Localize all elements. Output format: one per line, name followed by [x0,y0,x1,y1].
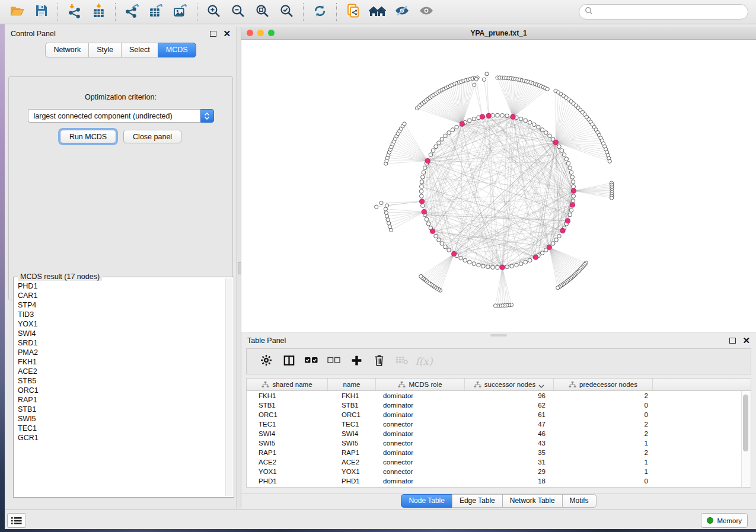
hierarchy-icon [569,382,576,389]
mcds-result-scrollbar[interactable] [225,278,232,496]
tab-motifs[interactable]: Motifs [562,494,596,508]
zoom-fit-button[interactable] [250,2,275,22]
tab-node-table[interactable]: Node Table [401,494,452,508]
column-header-successor-nodes[interactable]: successor nodes [465,379,554,390]
memory-button[interactable]: Memory [701,513,748,528]
mcds-result-item[interactable]: SWI4 [18,329,234,338]
delete-button[interactable] [368,351,390,372]
mcds-result-item[interactable]: TEC1 [18,424,234,433]
mcds-result-item[interactable]: STP4 [18,300,234,310]
export-image-button[interactable] [168,2,193,22]
vertical-splitter[interactable] [237,27,241,508]
mcds-result-item[interactable]: ACE2 [18,367,234,376]
control-panel-header: Control Panel ✕ [5,27,237,41]
hide-selected-button[interactable] [390,2,414,22]
export-network-button[interactable] [120,2,144,22]
mcds-result-item[interactable]: TID3 [18,310,234,319]
network-graph-canvas[interactable] [241,40,756,332]
criterion-dropdown[interactable]: largest connected component (undirected) [28,109,214,123]
run-mcds-button[interactable]: Run MCDS [60,130,116,143]
mcds-result-item[interactable]: STB5 [18,376,234,386]
close-panel-button[interactable]: Close panel [123,130,181,143]
close-panel-icon[interactable]: ✕ [742,338,750,344]
table-row[interactable]: TEC1TEC1connector472 [247,419,751,429]
columns-button[interactable] [277,351,300,372]
column-header-empty [653,379,751,390]
save-session-button[interactable] [29,2,53,22]
import-table-icon [91,3,107,21]
delete-icon [374,354,385,369]
refresh-button[interactable] [308,2,332,22]
float-window-icon[interactable] [210,31,216,37]
table-scrollbar-thumb[interactable] [743,395,748,451]
criterion-dropdown-value: largest connected component (undirected) [28,109,200,123]
column-header-predecessor-nodes[interactable]: predecessor nodes [554,379,653,390]
mcds-result-item[interactable]: STB1 [18,405,234,414]
table-row[interactable]: YOX1YOX1connector291 [247,467,751,476]
tab-mcds[interactable]: MCDS [158,43,196,57]
column-header-shared-name[interactable]: shared name [247,379,328,390]
show-all-button[interactable] [414,2,438,22]
table-panel-grip[interactable] [490,334,507,336]
table-cell: 2 [554,421,653,428]
table-cell: YOX1 [328,468,376,475]
mcds-result-item[interactable]: FKH1 [18,357,234,367]
table-row[interactable]: ACE2ACE2connector311 [247,457,751,467]
toolbar-separator [115,3,116,21]
tab-network[interactable]: Network [45,43,89,57]
network-title: YPA_prune.txt_1 [241,29,756,37]
zoom-fit-icon [255,4,270,21]
mcds-result-item[interactable]: PHD1 [18,281,234,291]
deselect-all-button[interactable] [323,351,345,372]
gear-button[interactable] [255,351,277,372]
mcds-result-item[interactable]: RAP1 [18,395,234,405]
table-row[interactable]: FKH1FKH1dominator962 [247,391,751,400]
columns-icon [283,354,295,369]
mcds-result-item[interactable]: GCR1 [18,433,234,443]
tab-style[interactable]: Style [88,43,122,57]
search-box[interactable] [579,4,748,20]
zoom-in-button[interactable] [202,2,226,22]
table-cell: 0 [554,402,653,409]
first-neighbors-button[interactable] [365,2,390,22]
tab-edge-table[interactable]: Edge Table [452,494,503,508]
table-row[interactable]: RAP1RAP1dominator352 [247,448,751,457]
mcds-result-item[interactable]: CAR1 [18,291,234,300]
column-header-MCDS-role[interactable]: MCDS role [376,379,465,390]
column-label: successor nodes [484,381,535,388]
table-row[interactable]: PHD1PHD1dominator180 [247,476,751,486]
hide-selected-icon [394,4,410,20]
memory-label: Memory [717,517,742,524]
export-table-button[interactable] [144,2,168,22]
table-row[interactable]: SWI5SWI5connector431 [247,438,751,448]
mcds-result-item[interactable]: PMA2 [18,348,234,357]
table-row[interactable]: ORC1ORC1dominator610 [247,410,751,419]
open-file-button[interactable] [5,2,29,22]
mcds-result-item[interactable]: YOX1 [18,319,234,329]
table-scrollbar[interactable] [741,391,751,487]
select-all-button[interactable] [300,351,323,372]
table-cell: dominator [376,411,465,418]
import-network-button[interactable] [62,2,87,22]
tab-select[interactable]: Select [121,43,158,57]
column-header-name[interactable]: name [328,379,376,390]
table-row[interactable]: STB1STB1dominator620 [247,400,751,410]
toolbar-group [62,2,111,22]
close-panel-icon[interactable]: ✕ [223,31,231,37]
network-view-panel: YPA_prune.txt_1 [241,27,756,332]
zoom-selected-button[interactable] [275,2,299,22]
tab-network-table[interactable]: Network Table [502,494,563,508]
annotations-button[interactable] [341,2,365,22]
panel-list-button[interactable] [7,513,26,528]
float-window-icon[interactable] [729,338,736,344]
table-row[interactable]: SWI4SWI4dominator462 [247,429,751,438]
mcds-result-item[interactable]: ORC1 [18,386,234,395]
zoom-out-button[interactable] [226,2,250,22]
mcds-result-item[interactable]: SWI5 [18,414,234,424]
search-input[interactable] [596,7,748,17]
mcds-result-item[interactable]: SRD1 [18,338,234,348]
import-table-button[interactable] [87,2,111,22]
add-button[interactable] [345,351,368,372]
table-cell: TEC1 [247,421,328,428]
memory-status-icon [707,517,713,524]
